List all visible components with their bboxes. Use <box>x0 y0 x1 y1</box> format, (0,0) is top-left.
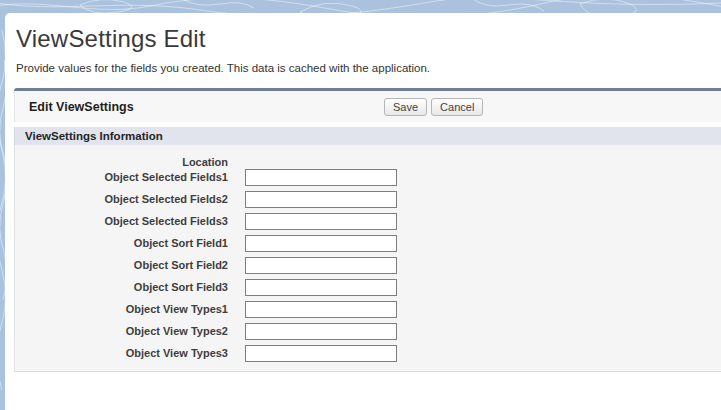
form-row: Object View Types2 <box>15 322 721 339</box>
object-view-types2-label: Object View Types2 <box>15 325 228 337</box>
form-row: Object View Types1 <box>15 300 721 317</box>
panel-title: Edit ViewSettings <box>29 100 134 114</box>
form-row: Object Sort Field2 <box>15 256 721 273</box>
cancel-button[interactable]: Cancel <box>431 98 483 116</box>
form-row: Object Selected Fields1 <box>15 168 721 185</box>
object-view-types3-input[interactable] <box>245 345 397 362</box>
section-header: ViewSettings Information <box>14 127 721 145</box>
page-subtitle: Provide values for the fields you create… <box>16 62 430 74</box>
panel-button-group: Save Cancel <box>384 98 483 116</box>
form-row: Object Sort Field1 <box>15 234 721 251</box>
form-row: Object View Types3 <box>15 344 721 361</box>
object-selected-fields2-input[interactable] <box>245 191 397 208</box>
object-sort-field3-label: Object Sort Field3 <box>15 281 228 293</box>
form-row: Object Sort Field3 <box>15 278 721 295</box>
page-title: ViewSettings Edit <box>16 25 206 53</box>
object-selected-fields2-label: Object Selected Fields2 <box>15 193 228 205</box>
object-sort-field1-label: Object Sort Field1 <box>15 237 228 249</box>
object-view-types3-label: Object View Types3 <box>15 347 228 359</box>
location-label: Location <box>15 156 228 168</box>
object-view-types1-label: Object View Types1 <box>15 303 228 315</box>
object-sort-field2-label: Object Sort Field2 <box>15 259 228 271</box>
object-sort-field3-input[interactable] <box>245 279 397 296</box>
object-sort-field2-input[interactable] <box>245 257 397 274</box>
save-button[interactable]: Save <box>384 98 427 116</box>
form-row: Object Selected Fields3 <box>15 212 721 229</box>
object-sort-field1-input[interactable] <box>245 235 397 252</box>
object-selected-fields1-label: Object Selected Fields1 <box>15 171 228 183</box>
object-selected-fields1-input[interactable] <box>245 169 397 186</box>
panel-header: Edit ViewSettings Save Cancel <box>14 91 721 122</box>
object-selected-fields3-input[interactable] <box>245 213 397 230</box>
section-title: ViewSettings Information <box>25 130 163 142</box>
object-view-types2-input[interactable] <box>245 323 397 340</box>
form-row-location: Location <box>15 154 721 168</box>
edit-viewsettings-panel: Edit ViewSettings Save Cancel ViewSettin… <box>14 88 721 372</box>
content-sheet: ViewSettings Edit Provide values for the… <box>5 13 721 410</box>
object-view-types1-input[interactable] <box>245 301 397 318</box>
form-area: Location Object Selected Fields1 Object … <box>14 145 721 372</box>
form-row: Object Selected Fields2 <box>15 190 721 207</box>
object-selected-fields3-label: Object Selected Fields3 <box>15 215 228 227</box>
